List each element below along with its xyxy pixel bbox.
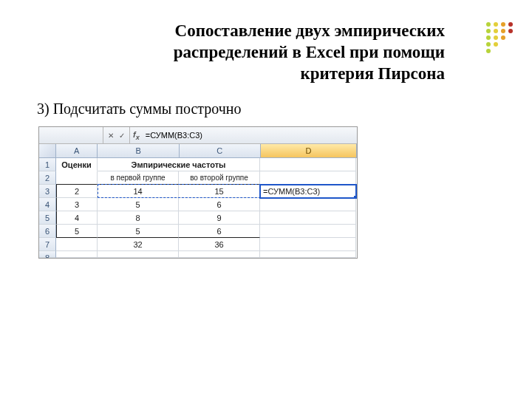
cell[interactable]: 5 [98,225,179,238]
active-cell[interactable]: =СУММ(B3:C3) [260,185,356,198]
cell[interactable]: 3 [56,198,98,211]
cell[interactable] [179,251,260,258]
row-6: 6 5 5 6 [39,225,357,238]
row-8: 8 [39,251,357,258]
row-header[interactable]: 5 [39,211,56,225]
cell[interactable] [260,211,356,225]
fx-icon[interactable]: fx [130,130,143,141]
cell[interactable] [98,251,179,258]
cell[interactable]: 5 [56,225,98,238]
column-headers: A B C D [39,144,357,158]
slide-title: Сопоставление двух эмпирических распреде… [155,21,445,84]
cell[interactable] [260,198,356,211]
row-1: 1 Оценки Эмпирические частоты [39,158,357,171]
cell[interactable]: 6 [179,198,260,211]
cell[interactable]: 15 [179,185,260,198]
row-header[interactable]: 7 [39,238,56,251]
cell[interactable] [260,225,356,238]
decoration-dot [486,29,491,33]
decoration-dot [508,22,513,27]
cell[interactable] [260,158,356,171]
col-header-b[interactable]: B [98,144,179,157]
cell[interactable] [56,171,98,185]
cell[interactable] [260,171,356,185]
row-4: 4 3 5 6 [39,198,357,211]
row-header[interactable]: 3 [39,185,56,198]
decoration-dot [501,29,505,33]
row-3: 3 2 14 15 =СУММ(B3:C3) [39,185,357,198]
excel-screenshot: ✕ ✓ fx =СУММ(B3:C3) A B C D 1 Оценки Эмп… [38,126,358,259]
cell[interactable]: 4 [56,211,98,225]
cell[interactable]: во второй группе [179,171,260,185]
decoration-dot [494,35,498,40]
col-header-d[interactable]: D [261,144,357,157]
cell[interactable]: Эмпирические частоты [98,158,260,171]
cell[interactable]: 9 [179,211,260,225]
cell[interactable]: Оценки [56,158,98,171]
formula-input[interactable]: =СУММ(B3:C3) [143,131,205,140]
decoration-dot [501,22,505,27]
enter-icon[interactable]: ✓ [117,132,126,140]
cell[interactable] [260,238,356,251]
step-line: 3) Подсчитать суммы построчно [37,100,502,117]
cell[interactable]: 14 [98,185,179,198]
decoration-dot [486,42,491,47]
formula-bar: ✕ ✓ fx =СУММ(B3:C3) [39,127,357,144]
cell[interactable]: 8 [98,211,179,225]
name-box[interactable] [39,127,103,143]
decoration-dot [494,29,498,33]
cancel-icon[interactable]: ✕ [106,132,115,140]
decoration-dot [508,29,513,33]
decoration-dot [494,22,498,27]
row-header[interactable]: 1 [39,158,56,171]
decoration-dot [486,35,491,40]
cell[interactable]: в первой группе [98,171,179,185]
cell[interactable]: 6 [179,225,260,238]
cell[interactable] [56,238,98,251]
decoration-dot [486,49,491,53]
col-header-a[interactable]: A [56,144,98,157]
cell[interactable]: 32 [98,238,179,251]
row-header[interactable]: 4 [39,198,56,211]
decoration-dot [494,42,498,47]
decoration-dot [486,22,491,27]
cell[interactable]: 36 [179,238,260,251]
row-2: 2 в первой группе во второй группе [39,171,357,185]
decoration-dot [501,35,505,40]
cell[interactable]: 2 [56,185,98,198]
formula-buttons: ✕ ✓ [103,127,130,143]
row-header[interactable]: 2 [39,171,56,185]
select-all-corner[interactable] [39,144,56,157]
cell[interactable] [56,251,98,258]
row-5: 5 4 8 9 [39,211,357,225]
row-header[interactable]: 6 [39,225,56,238]
row-header[interactable]: 8 [39,251,56,258]
col-header-c[interactable]: C [180,144,261,157]
row-7: 7 32 36 [39,238,357,251]
cell[interactable] [260,251,356,258]
corner-decoration [486,22,513,53]
cell[interactable]: 5 [98,198,179,211]
